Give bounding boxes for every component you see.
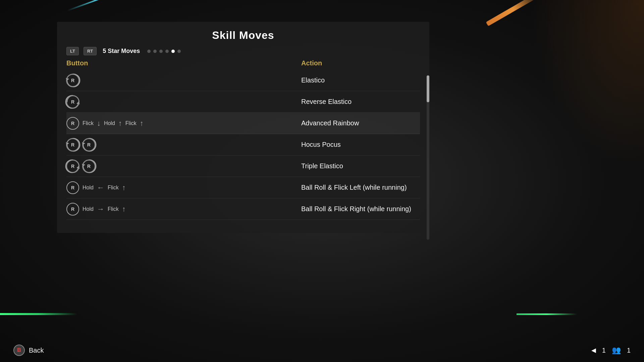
table-row[interactable]: R Hold → Flick ↑ Ball Roll & Flick Right…: [66, 198, 420, 220]
r-stick-icon: R: [66, 96, 79, 108]
table-row[interactable]: R Hold ← Flick ↑ Ball Roll & Flick Left …: [66, 177, 420, 198]
dot-2: [153, 50, 157, 53]
move-button-col: R Hold ← Flick ↑: [66, 179, 301, 197]
r-stick-wrap: R: [66, 117, 79, 130]
dot-3: [159, 50, 163, 53]
scrollbar-thumb[interactable]: [427, 75, 429, 102]
move-button-col: R Hold → Flick ↑: [66, 200, 301, 218]
bg-deco-green-left: [0, 313, 77, 315]
r-stick-icon: R: [66, 160, 79, 173]
dot-navigation: [147, 50, 181, 53]
move-action-label: Advanced Rainbow: [301, 119, 420, 127]
r-stick-wrap-1: R: [66, 138, 79, 151]
arrow-up-icon: ↑: [118, 119, 122, 128]
move-action-label: Ball Roll & Flick Right (while running): [301, 205, 420, 213]
table-row[interactable]: → R Flick ↓ Hold ↑ Flick ↑ Advanced Rain…: [66, 113, 420, 134]
r-stick-wrap: R: [66, 96, 79, 108]
move-action-label: Triple Elastico: [301, 162, 420, 170]
r-stick-icon: R: [66, 181, 79, 194]
move-action-label: Hocus Pocus: [301, 141, 420, 148]
bottom-right-info: ◀ 1 👥 1: [591, 346, 631, 355]
skill-moves-panel: Skill Moves LT RT 5 Star Moves Button Ac…: [57, 22, 429, 233]
r-stick-icon-2: R: [83, 160, 95, 173]
tab-nav: LT RT 5 Star Moves: [57, 42, 429, 55]
r-stick-icon: R: [66, 117, 79, 130]
page-title: Skill Moves: [57, 22, 429, 42]
hold-label: Hold: [83, 185, 94, 191]
move-button-col: R: [66, 71, 301, 89]
scrollbar[interactable]: [427, 75, 429, 240]
dot-1: [147, 50, 151, 53]
b-button-icon: B: [13, 345, 25, 356]
table-row[interactable]: R R Hocus Pocus: [66, 134, 420, 156]
column-headers: Button Action: [57, 55, 429, 70]
arrow-left-icon: ←: [97, 183, 104, 192]
back-button[interactable]: B Back: [13, 345, 44, 356]
r-stick-wrap-1: R: [66, 160, 79, 173]
move-button-col: R R: [66, 136, 301, 154]
tab-current-label: 5 Star Moves: [103, 48, 140, 55]
bg-corner-glow: [510, 0, 644, 201]
tab-rt-button[interactable]: RT: [84, 47, 97, 55]
arrow-right-icon: →: [97, 205, 104, 214]
arrow-up-icon: ↑: [122, 205, 126, 214]
r-stick-icon-2: R: [83, 138, 95, 151]
table-row[interactable]: R R Triple Elastico: [66, 156, 420, 177]
prev-arrow-icon[interactable]: ◀: [591, 347, 596, 354]
r-stick-icon: R: [66, 138, 79, 151]
column-action-header: Action: [301, 59, 322, 67]
page-total: 1: [627, 347, 631, 354]
hold-label: Hold: [83, 206, 94, 212]
b-label: B: [17, 347, 21, 353]
r-stick-wrap-2: R: [83, 138, 95, 151]
back-label: Back: [29, 347, 44, 354]
move-action-label: Elastico: [301, 76, 420, 84]
moves-list: R Elastico R Reverse Elastico: [57, 70, 429, 220]
tab-lt-button[interactable]: LT: [66, 47, 79, 55]
move-action-label: Reverse Elastico: [301, 98, 420, 106]
dot-4: [165, 50, 169, 53]
dot-6: [177, 50, 181, 53]
arrow-up-icon: ↑: [122, 183, 126, 192]
dot-5: [171, 50, 175, 53]
flick-label: Flick: [83, 120, 94, 126]
player-icon: 👥: [612, 346, 621, 355]
table-row[interactable]: R Reverse Elastico: [66, 91, 420, 113]
r-stick-icon: R: [66, 74, 79, 87]
column-button-header: Button: [66, 59, 301, 67]
flick2-label: Flick: [125, 120, 137, 126]
r-stick-wrap: R: [66, 74, 79, 87]
r-stick-wrap-2: R: [83, 160, 95, 173]
flick-label: Flick: [108, 206, 119, 212]
move-button-col: R: [66, 93, 301, 111]
move-button-col: R R: [66, 157, 301, 175]
flick-label: Flick: [108, 185, 119, 191]
bottom-bar: B Back ◀ 1 👥 1: [0, 339, 644, 362]
r-stick-icon: R: [66, 203, 79, 216]
bg-deco-green-right: [517, 313, 577, 315]
arrow-up2-icon: ↑: [140, 119, 144, 128]
hold-label: Hold: [104, 120, 115, 126]
page-current: 1: [602, 347, 606, 354]
table-row[interactable]: R Elastico: [66, 70, 420, 91]
arrow-down-icon: ↓: [97, 119, 101, 128]
move-button-col: R Flick ↓ Hold ↑ Flick ↑: [66, 114, 301, 132]
move-action-label: Ball Roll & Flick Left (while running): [301, 184, 420, 191]
